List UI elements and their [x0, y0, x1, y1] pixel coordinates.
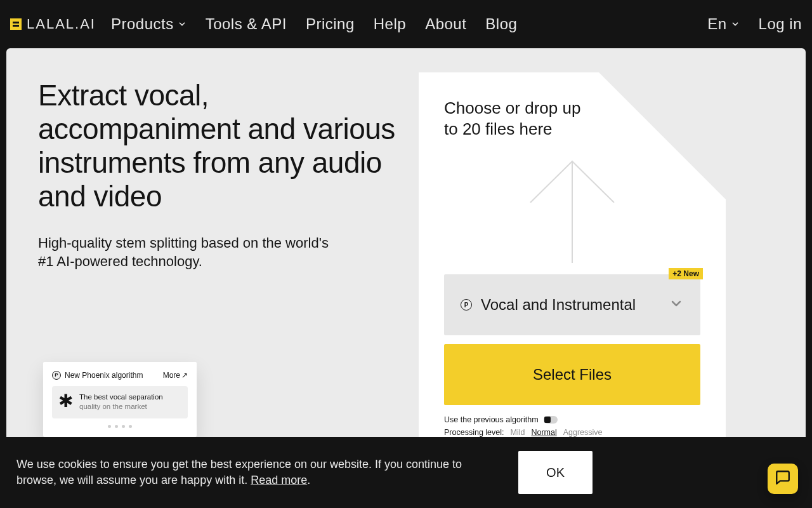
nav-blog[interactable]: Blog — [485, 15, 517, 33]
nav-tools-label: Tools & API — [206, 15, 287, 33]
phoenix-icon: P — [52, 371, 61, 380]
cookie-banner: We use cookies to ensure you get the bes… — [0, 437, 812, 508]
nav-pricing-label: Pricing — [306, 15, 355, 33]
select-files-label: Select Files — [533, 366, 612, 384]
nav-blog-label: Blog — [485, 15, 517, 33]
cookie-ok-label: OK — [546, 465, 565, 479]
nav-help[interactable]: Help — [374, 15, 406, 33]
language-label: En — [707, 15, 726, 33]
previous-algorithm-toggle[interactable] — [544, 416, 558, 424]
level-mild[interactable]: Mild — [511, 428, 525, 437]
level-normal[interactable]: Normal — [531, 428, 556, 437]
external-link-icon: ↗ — [181, 371, 188, 380]
upload-arrow-icon — [528, 158, 617, 263]
upload-options: Use the previous algorithm Processing le… — [444, 415, 700, 437]
nav-about-label: About — [425, 15, 466, 33]
stem-select-label: Vocal and Instrumental — [481, 296, 636, 314]
chevron-down-icon — [669, 296, 684, 314]
news-dot[interactable] — [122, 425, 125, 428]
new-badge: +2 New — [669, 268, 703, 279]
news-tile-text: The best vocal separation quality on the… — [79, 392, 163, 412]
phoenix-icon: P — [461, 299, 472, 311]
logo-text: LALAL.AI — [27, 16, 96, 32]
hero-subtitle: High-quality stem splitting based on the… — [38, 234, 336, 271]
main-header: LALAL.AI Products Tools & API Pricing He… — [0, 0, 812, 48]
news-dot[interactable] — [115, 425, 118, 428]
nav-help-label: Help — [374, 15, 406, 33]
hero-title: Extract vocal, accompaniment and various… — [38, 79, 403, 213]
cookie-read-more-link[interactable]: Read more — [251, 474, 307, 486]
login-label: Log in — [759, 15, 802, 33]
nav-products[interactable]: Products — [111, 15, 187, 33]
asterisk-icon: ✱ — [58, 392, 73, 410]
cookie-message: We use cookies to ensure you get the bes… — [16, 458, 462, 486]
hero-column: Extract vocal, accompaniment and various… — [6, 48, 419, 467]
news-card: P New Phoenix algorithm More ↗ ✱ The bes… — [43, 362, 197, 437]
news-tile-line1: The best vocal separation — [79, 392, 163, 403]
chat-widget-button[interactable] — [768, 464, 798, 494]
main-panel: Extract vocal, accompaniment and various… — [6, 48, 806, 467]
processing-level-row: Processing level: Mild Normal Aggressive — [444, 428, 700, 437]
nav-tools[interactable]: Tools & API — [206, 15, 287, 33]
primary-nav: Products Tools & API Pricing Help About … — [111, 15, 517, 33]
chat-icon — [775, 469, 791, 488]
previous-algorithm-row: Use the previous algorithm — [444, 415, 700, 424]
news-tile[interactable]: ✱ The best vocal separation quality on t… — [52, 386, 188, 418]
news-pagination — [52, 425, 188, 428]
news-dot[interactable] — [108, 425, 111, 428]
upload-column: Choose or drop up to 20 files here +2 Ne… — [419, 48, 806, 467]
upload-card: Choose or drop up to 20 files here +2 Ne… — [419, 72, 726, 455]
logo[interactable]: LALAL.AI — [10, 16, 96, 32]
toggle-knob — [544, 417, 551, 423]
chevron-down-icon — [178, 20, 187, 29]
level-aggressive[interactable]: Aggressive — [563, 428, 603, 437]
nav-products-label: Products — [111, 15, 174, 33]
previous-algorithm-label: Use the previous algorithm — [444, 415, 539, 424]
processing-level-label: Processing level: — [444, 428, 504, 437]
chevron-down-icon — [731, 20, 740, 29]
nav-about[interactable]: About — [425, 15, 466, 33]
news-more-link[interactable]: More ↗ — [163, 371, 188, 380]
cookie-ok-button[interactable]: OK — [518, 451, 593, 494]
cookie-period: . — [307, 474, 310, 486]
nav-pricing[interactable]: Pricing — [306, 15, 355, 33]
stem-select-dropdown[interactable]: P Vocal and Instrumental — [444, 274, 700, 335]
dropzone-label[interactable]: Choose or drop up to 20 files here — [444, 98, 590, 139]
select-files-button[interactable]: Select Files — [444, 344, 700, 405]
header-right: En Log in — [707, 15, 802, 33]
login-link[interactable]: Log in — [759, 15, 802, 33]
news-card-header: P New Phoenix algorithm More ↗ — [52, 371, 188, 380]
logo-icon — [10, 18, 22, 30]
stem-select: +2 New P Vocal and Instrumental — [444, 274, 700, 335]
cookie-text: We use cookies to ensure you get the bes… — [16, 457, 467, 488]
news-tile-line2: quality on the market — [79, 402, 163, 412]
news-dot[interactable] — [129, 425, 132, 428]
folded-corner-decoration — [599, 72, 726, 199]
news-heading: New Phoenix algorithm — [65, 371, 143, 380]
language-switcher[interactable]: En — [707, 15, 739, 33]
